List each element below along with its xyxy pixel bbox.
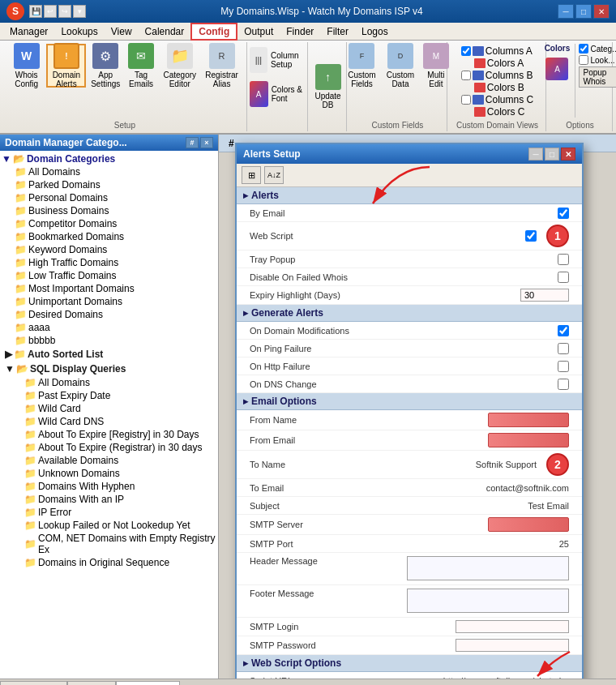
sort-icon[interactable]: ⊞ — [242, 166, 261, 184]
registrar-alias-btn[interactable]: R Registrar Alias — [202, 44, 241, 88]
custom-data-btn[interactable]: D Custom Data — [383, 44, 418, 88]
folder-icon: 📁 — [24, 429, 36, 440]
menu-manager[interactable]: Manager — [3, 24, 54, 39]
columns-a-row[interactable]: Columns A — [461, 45, 533, 57]
colors-c-row[interactable]: Colors C — [461, 106, 533, 118]
popup-whois-row[interactable]: Popup Whois — [579, 66, 616, 88]
status-tab-queue[interactable]: Queue — [67, 681, 115, 685]
by-email-checkbox[interactable] — [558, 208, 569, 219]
tree-item-past-expiry[interactable]: 📁 Past Expiry Date — [2, 389, 216, 402]
app-settings-btn[interactable]: ⚙ App Settings — [88, 44, 123, 88]
custom-fields-btn[interactable]: F Custom Fields — [343, 44, 381, 88]
tree-item-high-traffic[interactable]: 📁 High Traffic Domains — [2, 256, 216, 269]
tree-item-most-important[interactable]: 📁 Most Important Domains — [2, 282, 216, 295]
tree-item-ip-domain[interactable]: 📁 Domains With an IP — [2, 493, 216, 506]
columns-a-checkbox[interactable] — [461, 46, 471, 56]
category-editor-btn[interactable]: 📁 Category Editor — [159, 44, 200, 88]
tree-item-expire-registrar[interactable]: 📁 About To Expire (Registrar) in 30 days — [2, 441, 216, 454]
menu-logos[interactable]: Logos — [355, 24, 395, 39]
close-btn[interactable]: ✕ — [593, 4, 610, 19]
domain-mod-checkbox[interactable] — [558, 325, 569, 336]
tree-item-wild-card[interactable]: 📁 Wild Card — [2, 402, 216, 415]
tree-item-hyphen[interactable]: 📁 Domains With Hyphen — [2, 480, 216, 493]
menu-output[interactable]: Output — [237, 24, 280, 39]
status-tab-domainpad[interactable]: DomainPad — [0, 681, 67, 685]
tree-item-lookup-failed[interactable]: 📁 Lookup Failed or Not Lookedup Yet — [2, 519, 216, 532]
tree-item-all-domains[interactable]: 📁 All Domains — [2, 165, 216, 178]
popup-whois-btn[interactable]: Popup Whois — [579, 66, 616, 88]
menu-calendar[interactable]: Calendar — [139, 24, 191, 39]
status-tab-categories[interactable]: Categories — [116, 681, 180, 685]
quick-access-2[interactable]: ↩ — [44, 5, 57, 18]
dialog-close-btn[interactable]: ✕ — [561, 148, 575, 161]
menu-config[interactable]: Config — [190, 23, 237, 41]
tree-item-unknown[interactable]: 📁 Unknown Domains — [2, 467, 216, 480]
tree-item-desired[interactable]: 📁 Desired Domains — [2, 308, 216, 321]
tree-group-auto-sorted[interactable]: ▶ 📁 Auto Sorted List — [2, 347, 216, 362]
menu-view[interactable]: View — [105, 24, 139, 39]
menu-finder[interactable]: Finder — [280, 24, 320, 39]
columns-c-row[interactable]: Columns C — [461, 94, 533, 105]
smtp-login-input[interactable] — [456, 620, 569, 633]
tree-root[interactable]: ▼ 📂 Domain Categories — [2, 152, 216, 165]
tray-popup-checkbox[interactable] — [558, 254, 569, 265]
minimize-btn[interactable]: ─ — [558, 4, 574, 19]
domain-alerts-btn[interactable]: ! Domain Alerts — [46, 44, 86, 88]
dialog-minimize-btn[interactable]: ─ — [528, 148, 543, 161]
tree-item-original-sequence[interactable]: 📁 Domains in Original Sequence — [2, 556, 216, 569]
tree-item-parked[interactable]: 📁 Parked Domains — [2, 178, 216, 191]
expiry-highlight-input[interactable] — [520, 289, 569, 302]
tree-item-expire-registry[interactable]: 📁 About To Expire [Registry] in 30 Days — [2, 428, 216, 441]
columns-b-checkbox[interactable] — [461, 71, 471, 80]
columns-b-row[interactable]: Columns B — [461, 70, 533, 81]
tree-item-bookmarked[interactable]: 📁 Bookmarked Domains — [2, 230, 216, 243]
http-failure-checkbox[interactable] — [558, 361, 569, 372]
ping-failure-checkbox[interactable] — [558, 343, 569, 354]
tree-group-sql[interactable]: ▼ 📂 SQL Display Queries — [2, 362, 216, 376]
look-row[interactable]: Look... — [579, 55, 616, 65]
columns-c-checkbox[interactable] — [461, 95, 471, 105]
quick-access-dropdown[interactable]: ▾ — [73, 5, 86, 18]
tree-item-unimportant[interactable]: 📁 Unimportant Domains — [2, 295, 216, 308]
dialog-maximize-btn[interactable]: □ — [545, 148, 559, 161]
panel-close-btn[interactable]: × — [200, 137, 213, 148]
tree-item-keyword[interactable]: 📁 Keyword Domains — [2, 243, 216, 256]
tree-item-bbbbb[interactable]: 📁 bbbbb — [2, 334, 216, 347]
menu-filter[interactable]: Filter — [320, 24, 355, 39]
menu-lookups[interactable]: Lookups — [54, 24, 104, 39]
maximize-btn[interactable]: □ — [575, 4, 592, 19]
look-checkbox[interactable] — [579, 55, 588, 65]
dialog-scroll-content[interactable]: ▶ Alerts By Email Web Script 1 — [237, 187, 582, 679]
panel-pin-btn[interactable]: # — [186, 137, 199, 148]
quick-access-1[interactable]: 💾 — [29, 5, 42, 18]
column-setup-btn[interactable]: ||| Column Setup — [246, 44, 310, 76]
categ-checkbox[interactable] — [579, 44, 588, 54]
tree-item-competitor[interactable]: 📁 Competitor Domains — [2, 217, 216, 230]
footer-message-textarea[interactable] — [407, 589, 569, 613]
update-db-btn[interactable]: ↑ Update DB — [310, 44, 344, 130]
tree-item-wild-card-dns[interactable]: 📁 Wild Card DNS — [2, 415, 216, 428]
smtp-password-input[interactable] — [456, 639, 569, 652]
colors-font-btn[interactable]: A Colors & Font — [246, 78, 310, 110]
header-message-textarea[interactable] — [407, 556, 569, 580]
disable-failed-whois-checkbox[interactable] — [558, 272, 569, 283]
tree-item-personal[interactable]: 📁 Personal Domains — [2, 191, 216, 204]
tag-emails-btn[interactable]: ✉ Tag Emails — [125, 44, 157, 88]
whois-config-btn[interactable]: W Whois Config — [8, 44, 45, 88]
tree-item-available[interactable]: 📁 Available Domains — [2, 454, 216, 467]
colors-b-row[interactable]: Colors B — [461, 82, 533, 93]
sort-az-icon[interactable]: A↓Z — [264, 166, 284, 184]
categ-row[interactable]: Categ... — [579, 44, 616, 54]
quick-access-3[interactable]: ↪ — [58, 5, 71, 18]
tree-item-com-net[interactable]: 📁 COM, NET Domains with Empty Registry E… — [2, 532, 216, 556]
tree-item-low-traffic[interactable]: 📁 Low Traffic Domains — [2, 269, 216, 282]
colors-main-btn[interactable]: A — [541, 54, 573, 83]
tree-item-aaaa[interactable]: 📁 aaaa — [2, 321, 216, 334]
colors-a-row[interactable]: Colors A — [461, 58, 533, 69]
tree-item-ip-error[interactable]: 📁 IP Error — [2, 506, 216, 519]
tree-item-business[interactable]: 📁 Business Domains — [2, 204, 216, 217]
tree-item-sql-all[interactable]: 📁 All Domains — [2, 376, 216, 389]
web-script-checkbox[interactable] — [525, 230, 537, 242]
dns-change-checkbox[interactable] — [558, 379, 569, 390]
multi-edit-btn[interactable]: M Multi Edit — [420, 44, 452, 88]
